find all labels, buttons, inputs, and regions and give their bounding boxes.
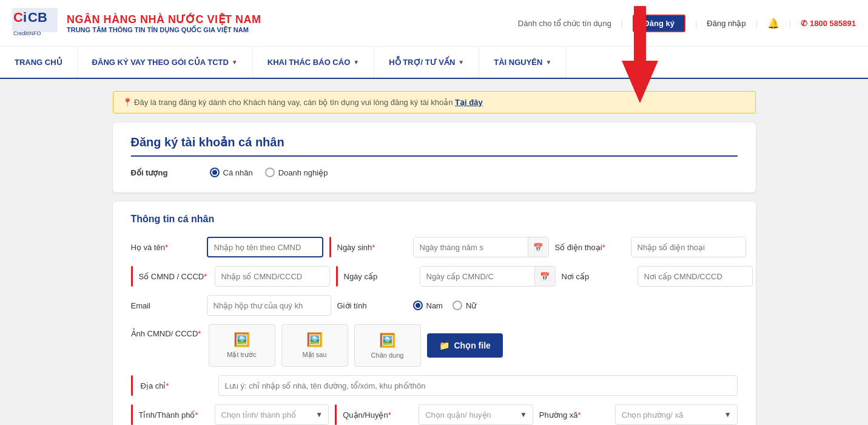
nav-tai-nguyen[interactable]: TÀI NGUYÊN ▼: [479, 47, 567, 78]
radio-ca-nhan-label: Cá nhân: [223, 168, 253, 177]
address-divider: [131, 375, 133, 396]
ngay-sinh-input[interactable]: [414, 237, 528, 257]
address-label: Địa chỉ*: [141, 381, 214, 390]
so-cmnd-label: Số CMND / CCCD*: [139, 272, 212, 281]
top-right-nav: Dành cho tổ chức tín dụng | Đăng ký | Đă…: [518, 15, 856, 32]
quan-huyen-wrapper: Chọn quận/ huyện ▼: [419, 404, 533, 425]
phuong-xa-wrapper: Chọn phường/ xã ▼: [615, 404, 738, 425]
so-cmnd-col: Số CMND / CCCD*: [131, 266, 330, 287]
so-dt-input[interactable]: [631, 237, 746, 257]
radio-nam[interactable]: Nam: [413, 301, 443, 310]
top-bar: C i C B CreditINFO NGÂN HÀNG NHÀ NƯỚC VI…: [0, 0, 868, 47]
radio-doanh-nghiep[interactable]: Doanh nghiệp: [265, 168, 328, 177]
ngay-sinh-col: Ngày sinh* 📅: [329, 237, 549, 257]
svg-text:C: C: [28, 10, 38, 25]
nav-khai-thac[interactable]: KHAI THÁC BÁO CÁO ▼: [253, 47, 374, 78]
quan-huyen-label: Quận/Huyện*: [343, 410, 415, 420]
radio-ca-nhan[interactable]: Cá nhân: [210, 168, 253, 177]
ngay-cap-calendar-icon[interactable]: 📅: [534, 266, 555, 287]
ngay-sinh-calendar-icon[interactable]: 📅: [528, 237, 548, 257]
quan-huyen-col: Quận/Huyện* Chọn quận/ huyện ▼: [335, 404, 533, 425]
gioi-tinh-col: Giới tính Nam Nữ: [337, 295, 738, 316]
photo-mat-truoc[interactable]: 🖼️ Mặt trước: [209, 324, 275, 367]
tinh-tp-wrapper: Chọn tỉnh/ thành phố ▼: [215, 404, 329, 425]
photo-chan-dung[interactable]: 🖼️ Chân dung: [354, 324, 421, 367]
doi-tuong-label: Đối tượng: [131, 168, 192, 177]
bank-name: NGÂN HÀNG NHÀ NƯỚC VIỆT NAM: [67, 13, 261, 26]
photo-mat-sau-label: Mặt sau: [302, 351, 326, 359]
email-input[interactable]: [207, 295, 331, 316]
tinh-tp-divider: [131, 404, 133, 425]
form-row-2: Số CMND / CCCD* Ngày cấp 📅 Nơi cấp: [131, 266, 738, 287]
photo-mat-sau-icon: 🖼️: [306, 332, 323, 348]
ho-ten-label: Họ và tên*: [131, 243, 204, 252]
logo-area: C i C B CreditINFO NGÂN HÀNG NHÀ NƯỚC VI…: [12, 5, 261, 41]
so-cmnd-divider: [131, 266, 133, 287]
photo-row: Ảnh CMND/ CCCD* 🖼️ Mặt trước 🖼️ Mặt sau …: [131, 324, 738, 367]
nav-trang-chu[interactable]: TRANG CHỦ: [0, 47, 78, 78]
svg-text:B: B: [38, 10, 47, 25]
radio-nu[interactable]: Nữ: [453, 301, 476, 310]
so-dt-label: Số điện thoại*: [555, 243, 628, 252]
tinh-tp-select[interactable]: Chọn tỉnh/ thành phố: [215, 404, 329, 425]
folder-icon: 📁: [439, 341, 449, 350]
noi-cap-label: Nơi cấp: [562, 272, 634, 281]
registration-card: Đăng ký tài khoản cá nhân Đối tượng Cá n…: [113, 123, 756, 192]
radio-ca-nhan-dot[interactable]: [210, 168, 220, 177]
phuong-xa-label: Phường xã*: [539, 410, 612, 420]
photo-boxes: 🖼️ Mặt trước 🖼️ Mặt sau 🖼️ Chân dung 📁 C…: [209, 324, 503, 367]
location-row: Tỉnh/Thành phố* Chọn tỉnh/ thành phố ▼ Q…: [131, 404, 738, 425]
ngay-sinh-divider: [329, 237, 331, 257]
nav-khai-thac-arrow: ▼: [353, 59, 359, 66]
nav-ho-tro[interactable]: HỖ TRỢ/ TƯ VẤN ▼: [374, 47, 479, 78]
photo-mat-sau[interactable]: 🖼️ Mặt sau: [281, 324, 348, 367]
radio-doanh-nghiep-dot[interactable]: [265, 168, 275, 177]
bell-icon[interactable]: 🔔: [767, 18, 779, 29]
nav-khai-thac-label: KHAI THÁC BÁO CÁO: [267, 58, 351, 67]
dang-nhap-btn[interactable]: Đăng nhập: [707, 19, 745, 28]
noi-cap-input[interactable]: [638, 266, 753, 287]
radio-group: Cá nhân Doanh nghiệp: [210, 168, 328, 177]
nav-dang-ky-vay[interactable]: ĐĂNG KÝ VAY THEO GÓI CỦA TCTD ▼: [78, 47, 253, 78]
personal-info-section: Thông tin cá nhân Họ và tên* Ngày sinh* …: [113, 202, 756, 425]
nav-bar: TRANG CHỦ ĐĂNG KÝ VAY THEO GÓI CỦA TCTD …: [0, 47, 868, 79]
danh-cho-link[interactable]: Dành cho tổ chức tín dụng: [518, 19, 611, 28]
photo-chan-dung-icon: 🖼️: [379, 333, 395, 348]
radio-nu-dot[interactable]: [453, 301, 462, 310]
dang-ky-btn[interactable]: Đăng ký: [633, 15, 685, 32]
ngay-sinh-label: Ngày sinh*: [337, 243, 410, 252]
logo-text: NGÂN HÀNG NHÀ NƯỚC VIỆT NAM TRUNG TÂM TH…: [67, 13, 261, 34]
quan-huyen-select[interactable]: Chọn quận/ huyện: [419, 404, 533, 425]
notice-link[interactable]: Tại đây: [455, 98, 483, 107]
ho-ten-input[interactable]: [207, 237, 323, 257]
quan-huyen-divider: [335, 404, 337, 425]
address-row: Địa chỉ*: [131, 375, 738, 396]
nav-ho-tro-arrow: ▼: [458, 59, 464, 66]
section-title: Thông tin cá nhân: [131, 214, 738, 225]
ngay-cap-input[interactable]: [420, 267, 534, 286]
phuong-xa-select[interactable]: Chọn phường/ xã: [615, 404, 738, 425]
photo-chan-dung-label: Chân dung: [371, 352, 404, 359]
address-input[interactable]: [218, 375, 738, 396]
ngay-cap-col: Ngày cấp 📅: [336, 266, 556, 287]
ho-ten-col: Họ và tên*: [131, 237, 323, 257]
radio-nam-dot[interactable]: [413, 301, 423, 310]
photo-mat-truoc-label: Mặt trước: [227, 351, 257, 359]
choose-file-button[interactable]: 📁 Chọn file: [427, 333, 503, 358]
nav-dang-ky-vay-label: ĐĂNG KÝ VAY THEO GÓI CỦA TCTD: [92, 58, 229, 67]
ngay-cap-label: Ngày cấp: [344, 272, 417, 281]
ngay-cap-divider: [336, 266, 338, 287]
form-row-1: Họ và tên* Ngày sinh* 📅 Số điện thoại*: [131, 237, 738, 257]
svg-text:i: i: [23, 10, 27, 25]
form-row-3: Email Giới tính Nam Nữ: [131, 295, 738, 316]
choose-file-label: Chọn file: [454, 341, 491, 350]
so-dt-col: Số điện thoại*: [555, 237, 746, 257]
so-cmnd-input[interactable]: [215, 266, 330, 287]
bank-subtitle: TRUNG TÂM THÔNG TIN TÍN DỤNG QUỐC GIA VI…: [67, 26, 261, 34]
noi-cap-col: Nơi cấp: [562, 266, 753, 287]
nav-tai-nguyen-label: TÀI NGUYÊN: [494, 58, 542, 67]
main-content: 📍 Đây là trang đăng ký dành cho Khách hà…: [101, 91, 768, 425]
photo-label: Ảnh CMND/ CCCD*: [131, 324, 204, 338]
radio-doanh-nghiep-label: Doanh nghiệp: [278, 168, 328, 177]
email-col: Email: [131, 295, 331, 316]
